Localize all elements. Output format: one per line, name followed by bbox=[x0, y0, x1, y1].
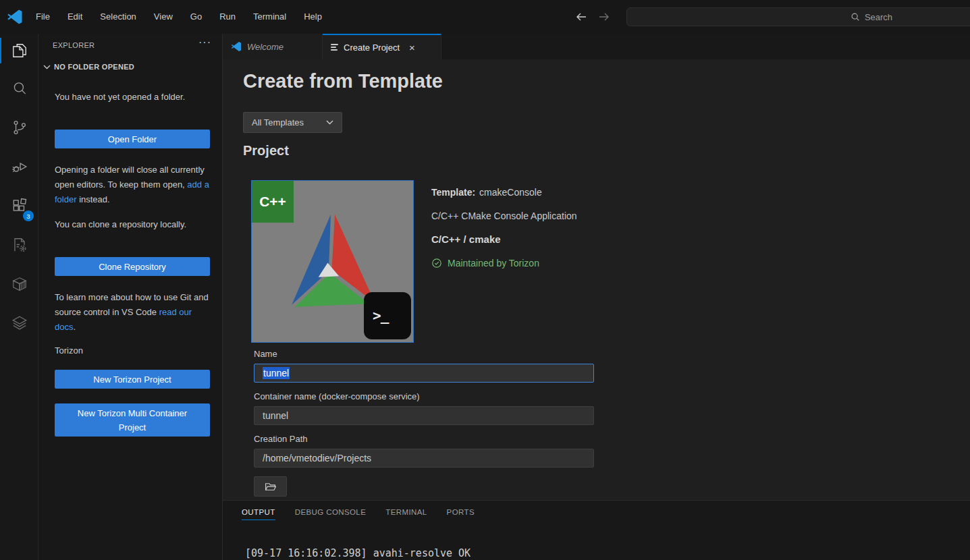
command-center-search[interactable]: Search bbox=[626, 7, 970, 26]
editor-group: Welcome Create Project × Create from Tem… bbox=[223, 34, 970, 560]
sidebar-title: EXPLORER bbox=[53, 41, 95, 49]
forward-arrow-icon[interactable] bbox=[598, 11, 610, 23]
chevron-down-icon bbox=[326, 120, 333, 125]
menu-terminal[interactable]: Terminal bbox=[244, 0, 295, 34]
open-folder-button[interactable]: Open Folder bbox=[55, 130, 210, 148]
new-torizon-project-button[interactable]: New Torizon Project bbox=[55, 370, 210, 389]
open-note-text: Opening a folder will close all currentl… bbox=[55, 163, 213, 207]
docs-note-post: . bbox=[73, 322, 76, 332]
panel-header: OUTPUT DEBUG CONSOLE TERMINAL PORTS bbox=[223, 501, 970, 524]
name-value-selected: tunnel bbox=[263, 367, 290, 379]
tab-create-project-label: Create Project bbox=[344, 43, 400, 53]
menu-view[interactable]: View bbox=[145, 0, 182, 34]
project-form: Name tunnel Container name (docker-compo… bbox=[254, 349, 594, 497]
browse-folder-button[interactable] bbox=[254, 476, 287, 497]
maintained-row: Maintained by Torizon bbox=[431, 256, 577, 271]
history-navigation bbox=[575, 0, 610, 34]
menu-run[interactable]: Run bbox=[211, 0, 244, 34]
search-icon bbox=[851, 12, 860, 22]
name-input[interactable]: tunnel bbox=[254, 364, 594, 383]
menu-file[interactable]: File bbox=[27, 0, 59, 34]
terminal-prompt-glyph: >_ bbox=[373, 308, 388, 324]
vscode-logo-icon bbox=[7, 9, 23, 25]
page-title: Create from Template bbox=[243, 70, 443, 92]
panel-tab-output[interactable]: OUTPUT bbox=[242, 501, 275, 520]
create-project-webview: Create from Template All Templates Proje… bbox=[223, 59, 970, 500]
name-label: Name bbox=[254, 349, 594, 359]
container-name-label: Container name (docker-compose service) bbox=[254, 391, 594, 401]
open-note-pre: Opening a folder will close all currentl… bbox=[55, 165, 205, 190]
log-line: [09-17 16:16:02.398] avahi-resolve OK bbox=[245, 546, 470, 560]
template-description: C/C++ CMake Console Application bbox=[431, 208, 577, 223]
extensions-badge: 3 bbox=[23, 211, 34, 221]
docs-note-text: To learn more about how to use Git and s… bbox=[55, 290, 213, 335]
menu-selection[interactable]: Selection bbox=[91, 0, 144, 34]
explorer-sidebar: EXPLORER ··· NO FOLDER OPENED You have n… bbox=[38, 34, 223, 560]
template-label: Template: bbox=[431, 185, 475, 200]
project-config-icon[interactable] bbox=[0, 229, 38, 261]
maintained-text: Maintained by Torizon bbox=[448, 256, 539, 271]
source-control-icon[interactable] bbox=[0, 111, 38, 144]
more-actions-icon[interactable]: ··· bbox=[198, 36, 211, 49]
explorer-icon[interactable] bbox=[0, 34, 38, 67]
creation-path-input[interactable] bbox=[254, 449, 594, 468]
tab-welcome[interactable]: Welcome bbox=[223, 34, 323, 59]
no-folder-text: You have not yet opened a folder. bbox=[55, 90, 213, 105]
template-category: C/C++ / cmake bbox=[431, 232, 577, 247]
template-filter-dropdown[interactable]: All Templates bbox=[243, 112, 342, 133]
activity-bar: 3 bbox=[0, 34, 38, 560]
tab-welcome-label: Welcome bbox=[247, 42, 284, 52]
creation-path-label: Creation Path bbox=[254, 434, 594, 444]
verified-badge-icon bbox=[431, 258, 442, 269]
panel-tab-terminal[interactable]: TERMINAL bbox=[385, 501, 427, 520]
menu-help[interactable]: Help bbox=[295, 0, 331, 34]
template-name: cmakeConsole bbox=[479, 185, 542, 200]
panel-tab-debug-console[interactable]: DEBUG CONSOLE bbox=[295, 501, 367, 520]
panel-tab-ports[interactable]: PORTS bbox=[447, 501, 475, 520]
template-card[interactable]: C++ >_ bbox=[251, 180, 414, 343]
template-filter-value: All Templates bbox=[252, 117, 304, 128]
back-arrow-icon[interactable] bbox=[575, 11, 587, 23]
tab-create-project[interactable]: Create Project × bbox=[323, 34, 441, 59]
menu-edit[interactable]: Edit bbox=[59, 0, 91, 34]
terminal-icon: >_ bbox=[364, 292, 411, 339]
template-info: Template: cmakeConsole C/C++ CMake Conso… bbox=[431, 185, 577, 279]
wizard-list-icon bbox=[331, 42, 338, 52]
container-name-input[interactable] bbox=[254, 406, 594, 425]
search-view-icon[interactable] bbox=[0, 72, 38, 105]
search-placeholder: Search bbox=[865, 12, 892, 22]
docker-icon[interactable] bbox=[0, 268, 38, 300]
vscode-logo-icon bbox=[231, 41, 242, 52]
chevron-down-icon bbox=[43, 65, 51, 69]
new-torizon-multi-container-button[interactable]: New Torizon Multi Container Project bbox=[55, 403, 210, 437]
layers-icon[interactable] bbox=[0, 307, 38, 339]
menu-bar: File Edit Selection View Go Run Terminal… bbox=[27, 0, 331, 34]
menu-go[interactable]: Go bbox=[182, 0, 211, 34]
section-title: Project bbox=[243, 143, 289, 159]
section-header-label: NO FOLDER OPENED bbox=[54, 63, 134, 71]
no-folder-section-header[interactable]: NO FOLDER OPENED bbox=[43, 63, 134, 71]
tab-bar: Welcome Create Project × bbox=[223, 34, 970, 59]
open-note-post: instead. bbox=[77, 194, 110, 204]
vscode-window: File Edit Selection View Go Run Terminal… bbox=[0, 0, 970, 560]
open-folder-icon bbox=[265, 481, 276, 493]
torizon-section-label: Torizon bbox=[55, 345, 83, 356]
clone-repository-button[interactable]: Clone Repository bbox=[55, 257, 210, 276]
clone-text: You can clone a repository locally. bbox=[55, 217, 213, 232]
extensions-icon[interactable]: 3 bbox=[0, 190, 38, 222]
title-bar: File Edit Selection View Go Run Terminal… bbox=[0, 0, 970, 34]
close-tab-icon[interactable]: × bbox=[409, 42, 415, 53]
run-debug-icon[interactable] bbox=[0, 150, 38, 183]
bottom-panel: OUTPUT DEBUG CONSOLE TERMINAL PORTS [09-… bbox=[223, 500, 970, 560]
